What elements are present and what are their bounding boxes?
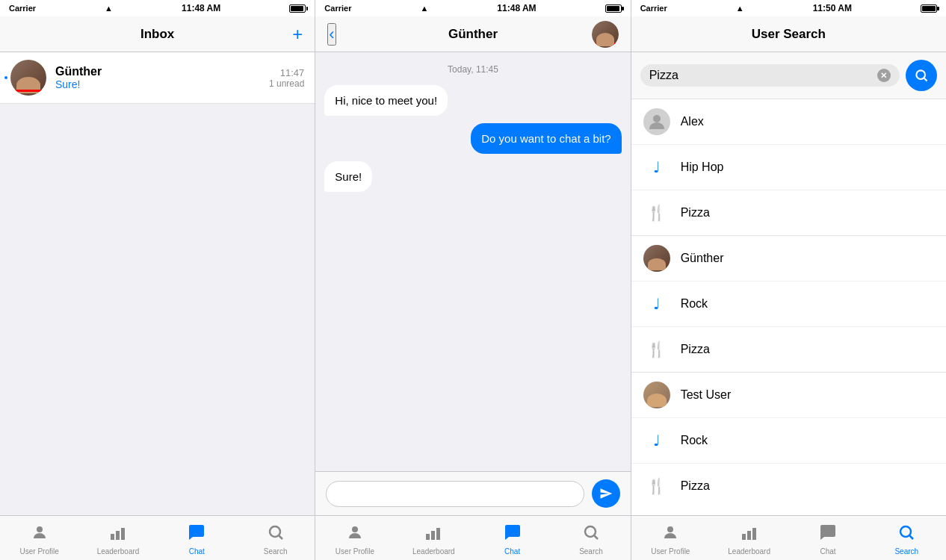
- search-icon-tab: [267, 523, 285, 546]
- inbox-screen: Carrier ▲ 11:48 AM Inbox + Günther Sure!: [0, 0, 315, 560]
- svg-point-4: [270, 526, 280, 537]
- tab-label-search-search: Search: [894, 547, 918, 556]
- back-button-chat[interactable]: ‹: [327, 23, 336, 46]
- music-icon-testuser: ♩: [643, 427, 670, 454]
- chat-icon-tab: [188, 523, 205, 546]
- svg-rect-9: [436, 528, 440, 540]
- tab-leaderboard-search[interactable]: Leaderboard: [710, 516, 788, 560]
- chat-messages: Today, 11:45 Hi, nice to meet you! Do yo…: [315, 52, 630, 471]
- time-search: 11:50 AM: [813, 3, 852, 13]
- tab-label-leaderboard-inbox: Leaderboard: [97, 547, 140, 556]
- person-icon-tab-chat: [346, 523, 364, 546]
- search-label-rock-testuser: Rock: [681, 434, 708, 447]
- svg-line-5: [279, 536, 282, 540]
- tab-user-profile-search[interactable]: User Profile: [631, 516, 710, 560]
- chat-input-field[interactable]: [326, 481, 584, 507]
- search-item-testuser-pizza[interactable]: 🍴 Pizza: [631, 464, 946, 508]
- tab-bar-search: User Profile Leaderboard Chat Search: [631, 515, 946, 560]
- search-item-gunther-user[interactable]: Günther: [631, 236, 946, 281]
- tab-chat-inbox[interactable]: Chat: [158, 516, 236, 560]
- food-icon-alex: 🍴: [643, 199, 670, 226]
- battery-icon-chat: [605, 4, 622, 13]
- chat-bubble-left-1: Hi, nice to meet you!: [324, 85, 448, 116]
- time-chat: 11:48 AM: [497, 3, 536, 13]
- tab-label-chat-chat: Chat: [504, 547, 520, 556]
- tab-label-chat-inbox: Chat: [189, 547, 205, 556]
- inbox-time-gunther: 11:47: [269, 67, 304, 78]
- nav-avatar-chat[interactable]: [592, 21, 619, 48]
- chat-message-1: Hi, nice to meet you!: [324, 85, 621, 116]
- wifi-icon-inbox: ▲: [105, 4, 113, 13]
- tab-leaderboard-inbox[interactable]: Leaderboard: [78, 516, 157, 560]
- tab-bar-chat: User Profile Leaderboard Chat Search: [315, 515, 630, 560]
- chat-timestamp: Today, 11:45: [324, 64, 621, 75]
- search-item-alex-pizza[interactable]: 🍴 Pizza: [631, 190, 946, 235]
- search-group-gunther: Günther ♩ Rock 🍴 Pizza: [631, 236, 946, 373]
- inbox-text-gunther: Günther Sure!: [55, 65, 260, 90]
- search-item-testuser-rock[interactable]: ♩ Rock: [631, 418, 946, 464]
- tab-label-user-profile-search: User Profile: [651, 547, 690, 556]
- clear-search-button[interactable]: ✕: [877, 69, 891, 82]
- tab-search-inbox[interactable]: Search: [236, 516, 315, 560]
- svg-point-0: [37, 526, 43, 532]
- leaderboard-icon-tab: [109, 523, 127, 546]
- person-icon-tab: [31, 523, 49, 546]
- person-icon-tab-search: [661, 523, 679, 546]
- tab-chat-chat[interactable]: Chat: [473, 516, 551, 560]
- svg-rect-8: [431, 531, 435, 540]
- search-label-gunther: Günther: [681, 252, 724, 265]
- search-label-rock-gunther: Rock: [681, 297, 708, 311]
- search-input-bar: ✕: [631, 52, 946, 99]
- time-inbox: 11:48 AM: [182, 3, 220, 13]
- inbox-item-gunther[interactable]: Günther Sure! 11:47 1 unread: [0, 52, 315, 104]
- search-item-gunther-rock[interactable]: ♩ Rock: [631, 281, 946, 327]
- svg-line-13: [924, 78, 927, 81]
- search-screen: Carrier ▲ 11:50 AM User Search ✕: [631, 0, 946, 560]
- unread-indicator: [4, 76, 7, 79]
- chat-message-2: Do you want to chat a bit?: [324, 123, 621, 154]
- search-item-gunther-pizza[interactable]: 🍴 Pizza: [631, 327, 946, 372]
- chat-screen: Carrier ▲ 11:48 AM ‹ Günther Today, 11:4…: [315, 0, 631, 560]
- add-conversation-button[interactable]: +: [292, 25, 303, 43]
- send-button[interactable]: [592, 479, 620, 508]
- svg-point-15: [667, 526, 673, 532]
- chat-message-3: Sure!: [324, 161, 621, 192]
- chat-bubble-left-2: Sure!: [324, 161, 372, 192]
- inbox-meta-gunther: 11:47 1 unread: [269, 67, 304, 89]
- avatar-testuser-search: [643, 382, 670, 408]
- tab-label-leaderboard-chat: Leaderboard: [412, 547, 455, 556]
- status-bar-inbox: Carrier ▲ 11:48 AM: [0, 0, 315, 16]
- search-item-alex-user[interactable]: Alex: [631, 99, 946, 145]
- inbox-title: Inbox: [140, 27, 174, 42]
- leaderboard-icon-tab-search: [741, 523, 758, 546]
- gunther-avatar: [592, 21, 619, 48]
- chat-icon-tab-chat: [504, 523, 522, 546]
- tab-user-profile-inbox[interactable]: User Profile: [0, 516, 78, 560]
- tab-chat-search[interactable]: Chat: [788, 516, 867, 560]
- inbox-badge-gunther: 1 unread: [269, 78, 304, 89]
- food-icon-testuser: 🍴: [643, 473, 670, 500]
- music-icon-alex: ♩: [643, 154, 670, 181]
- inbox-content: Günther Sure! 11:47 1 unread: [0, 52, 315, 515]
- carrier-inbox: Carrier: [9, 4, 36, 13]
- search-item-testuser-user[interactable]: Test User: [631, 373, 946, 418]
- tab-user-profile-chat[interactable]: User Profile: [315, 516, 394, 560]
- chat-icon-tab-search: [819, 523, 837, 546]
- svg-rect-2: [116, 531, 120, 540]
- search-label-pizza-alex: Pizza: [681, 206, 710, 220]
- search-execute-button[interactable]: [906, 60, 937, 91]
- search-item-alex-hiphop[interactable]: ♩ Hip Hop: [631, 145, 946, 190]
- search-label-testuser: Test User: [681, 388, 732, 402]
- tab-leaderboard-chat[interactable]: Leaderboard: [395, 516, 473, 560]
- avatar-red-line: [592, 43, 619, 45]
- tab-label-chat-search: Chat: [820, 547, 835, 556]
- search-input-field[interactable]: [649, 69, 873, 82]
- carrier-search: Carrier: [640, 4, 667, 13]
- tab-label-user-profile-chat: User Profile: [336, 547, 374, 556]
- tab-search-chat[interactable]: Search: [551, 516, 630, 560]
- tab-label-leaderboard-search: Leaderboard: [728, 547, 770, 556]
- tab-search-search[interactable]: Search: [868, 516, 946, 560]
- leaderboard-icon-tab-chat: [424, 523, 442, 546]
- inbox-name-gunther: Günther: [55, 65, 260, 78]
- search-icon-tab-chat: [582, 523, 600, 546]
